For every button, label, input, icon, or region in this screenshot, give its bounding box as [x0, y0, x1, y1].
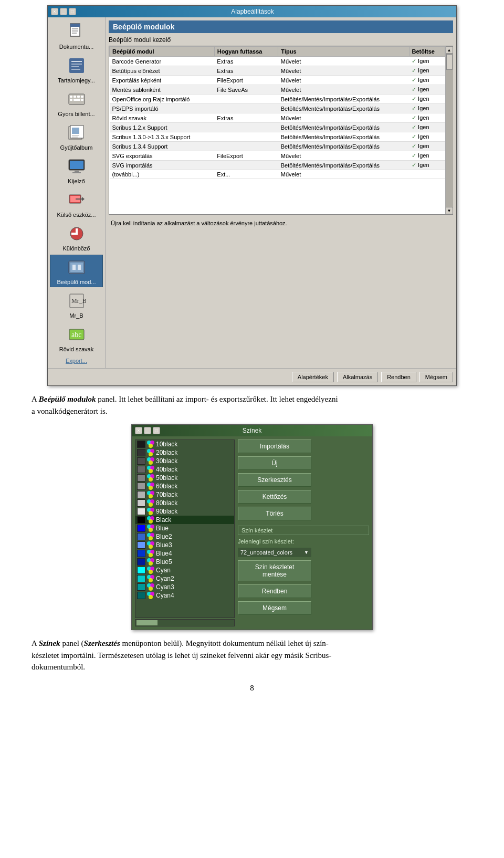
table-row[interactable]: OpenOffice.org Rajz importálóBetöltés/Me…	[110, 95, 445, 104]
svg-point-56	[149, 477, 153, 482]
color-current-label: Jelenlegi szín készlet:	[238, 538, 369, 545]
color-list-item[interactable]: 90black	[135, 507, 234, 516]
color-name: Black	[156, 516, 171, 524]
color-name: 10black	[156, 441, 177, 448]
sidebar-item-misc[interactable]: Különböző	[50, 221, 103, 254]
cmyk-icon	[147, 441, 154, 448]
table-row[interactable]: Scribus 1.3.0->1.3.3.x SupportBetöltés/M…	[110, 132, 445, 142]
album-icon	[66, 122, 87, 143]
table-row[interactable]: SVG importálásBetöltés/Mentés/Importálás…	[110, 161, 445, 170]
scroll-down-btn[interactable]: ▼	[446, 207, 453, 214]
color-list-item[interactable]: Cyan3	[135, 583, 234, 591]
rendben-btn[interactable]: Rendben	[381, 372, 416, 382]
alapertekek-btn[interactable]: Alapértékek	[292, 372, 334, 382]
maximize-btn-b[interactable]: □	[153, 427, 160, 434]
desc1-prefix: A	[32, 395, 39, 403]
color-list-item[interactable]: 30black	[135, 457, 234, 465]
color-list-item[interactable]: Blue4	[135, 549, 234, 558]
sidebar-item-display[interactable]: Kijelző	[50, 154, 103, 186]
color-list-item[interactable]: Cyan4	[135, 591, 234, 600]
sidebar-item-export[interactable]: Export...	[50, 355, 103, 366]
svg-text:abc: abc	[71, 331, 81, 339]
color-name: Cyan	[156, 567, 171, 574]
edit-btn[interactable]: Szerkesztés	[238, 473, 311, 487]
new-btn[interactable]: Új	[238, 456, 311, 470]
svg-point-80	[149, 545, 153, 549]
svg-point-50	[149, 461, 153, 465]
import-btn[interactable]: Importálás	[238, 440, 311, 453]
color-dropdown[interactable]: 72_uncoated_colors ▼	[238, 548, 311, 557]
sidebar-item-label: Export...	[66, 358, 87, 364]
sidebar-item-album[interactable]: Gyűjtőalbum	[50, 120, 103, 153]
desc2-mid: panel (	[60, 639, 84, 647]
delete-btn[interactable]: Törlés	[238, 507, 311, 520]
minimize-btn-b[interactable]: _	[144, 427, 151, 434]
table-row[interactable]: Mentés sablonkéntFile SaveAsMűvelet✓ Ige…	[110, 85, 445, 95]
svg-point-86	[149, 561, 153, 566]
color-list-item[interactable]: 70black	[135, 490, 234, 499]
table-row[interactable]: Betűtípus előnézetExtrasMűvelet✓ Igen	[110, 66, 445, 76]
color-list-item[interactable]: Blue	[135, 524, 234, 532]
color-list-item[interactable]: 10black	[135, 440, 234, 448]
ok-btn[interactable]: Rendben	[238, 584, 311, 598]
cmyk-icon	[147, 474, 154, 482]
plugin-table-vscroll[interactable]: ▲ ▼	[445, 46, 453, 214]
table-row[interactable]: (további...)Ext...Művelet	[110, 170, 445, 179]
sidebar-item-script[interactable]: Mr_B Mr_B	[50, 288, 103, 321]
color-list-item[interactable]: Cyan2	[135, 574, 234, 583]
color-list-item[interactable]: 80black	[135, 499, 234, 507]
color-list-item[interactable]: 20black	[135, 448, 234, 457]
color-name: 40black	[156, 466, 177, 473]
svg-rect-35	[70, 263, 83, 272]
color-list-item[interactable]: Black	[135, 516, 234, 524]
sidebar-item-document[interactable]: Dokumentu...	[50, 19, 103, 52]
color-name: Blue2	[156, 533, 172, 540]
color-list-scroll[interactable]: 10black 20black 30black 40black 50black …	[135, 440, 235, 618]
table-row[interactable]: PS/EPS importálóBetöltés/Mentés/Importál…	[110, 104, 445, 113]
desc1-line2: a vonalkódgenerátort is.	[32, 407, 108, 415]
color-swatch	[137, 516, 145, 524]
color-name: 70black	[156, 491, 177, 498]
color-list-item[interactable]: 50black	[135, 474, 234, 482]
color-name: Blue	[156, 525, 169, 532]
scroll-thumb	[446, 54, 453, 70]
script-icon: Mr_B	[66, 290, 87, 311]
sidebar-item-keyboard[interactable]: Gyors billent...	[50, 87, 103, 119]
scroll-up-btn[interactable]: ▲	[446, 46, 453, 54]
color-list-container: 10black 20black 30black 40black 50black …	[135, 440, 235, 626]
maximize-btn[interactable]: □	[69, 8, 76, 15]
table-row[interactable]: SVG exportálásFileExportMűvelet✓ Igen	[110, 151, 445, 161]
keyboard-icon	[66, 89, 87, 110]
minimize-btn[interactable]: _	[60, 8, 67, 15]
color-name: 90black	[156, 508, 177, 515]
alkalmazas-btn[interactable]: Alkalmazás	[337, 372, 378, 382]
table-row[interactable]: Scribus 1.2.x SupportBetöltés/Mentés/Imp…	[110, 123, 445, 132]
sidebar-item-words[interactable]: abc Rövid szavak	[50, 322, 103, 354]
color-list-item[interactable]: Blue5	[135, 558, 234, 566]
svg-marker-30	[82, 197, 85, 201]
sidebar-item-plugin[interactable]: Beépülő mod...	[50, 255, 103, 287]
sidebar-item-external[interactable]: Külső eszköz...	[50, 187, 103, 220]
sidebar-item-toc[interactable]: Tartalomjegy...	[50, 53, 103, 86]
color-list-item[interactable]: Cyan	[135, 566, 234, 574]
color-hscroll[interactable]	[135, 619, 235, 626]
color-list-item[interactable]: Blue2	[135, 532, 234, 541]
megsem-btn[interactable]: Mégsem	[419, 372, 453, 382]
cmyk-icon	[147, 491, 154, 498]
color-list-item[interactable]: 60black	[135, 482, 234, 490]
color-list-item[interactable]: 40black	[135, 465, 234, 474]
bottom-window-controls: × _ □	[135, 427, 160, 434]
color-list-item[interactable]: Blue3	[135, 541, 234, 549]
sidebar-item-label: Kijelző	[68, 178, 85, 184]
color-swatch	[137, 499, 145, 507]
table-row[interactable]: Rövid szavakExtrasMűvelet✓ Igen	[110, 113, 445, 123]
close-btn[interactable]: ×	[51, 8, 58, 15]
color-name: Blue5	[156, 558, 172, 566]
close-btn-b[interactable]: ×	[135, 427, 142, 434]
table-row[interactable]: Barcode GeneratorExtrasMűvelet✓ Igen	[110, 57, 445, 66]
duplicate-btn[interactable]: Kettőzés	[238, 490, 311, 504]
save-set-btn[interactable]: Szín készletet mentése	[238, 560, 311, 581]
cancel-btn[interactable]: Mégsem	[238, 601, 311, 615]
table-row[interactable]: Exportálás képkéntFileExportMűvelet✓ Ige…	[110, 76, 445, 85]
table-row[interactable]: Scribus 1.3.4 SupportBetöltés/Mentés/Imp…	[110, 142, 445, 151]
